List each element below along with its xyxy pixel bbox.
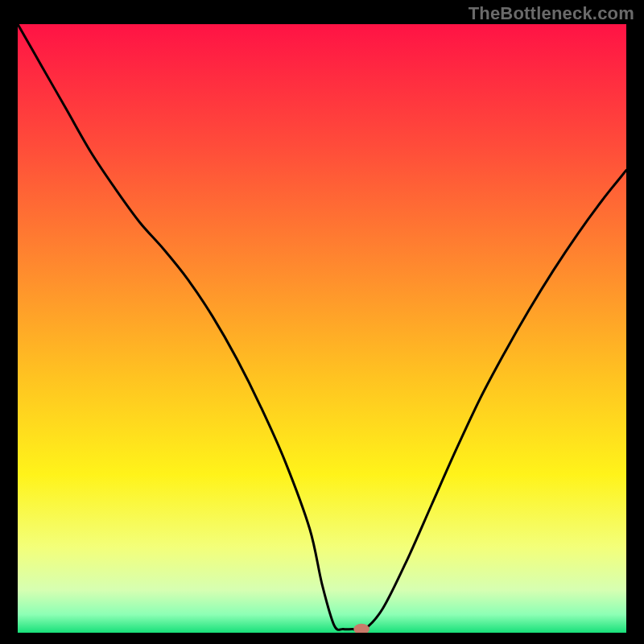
plot-area [18,24,626,633]
watermark-text: TheBottleneck.com [469,3,634,24]
chart-container: TheBottleneck.com [0,0,644,644]
chart-background [18,24,626,633]
plot-frame [18,24,626,633]
chart-svg [18,24,626,633]
